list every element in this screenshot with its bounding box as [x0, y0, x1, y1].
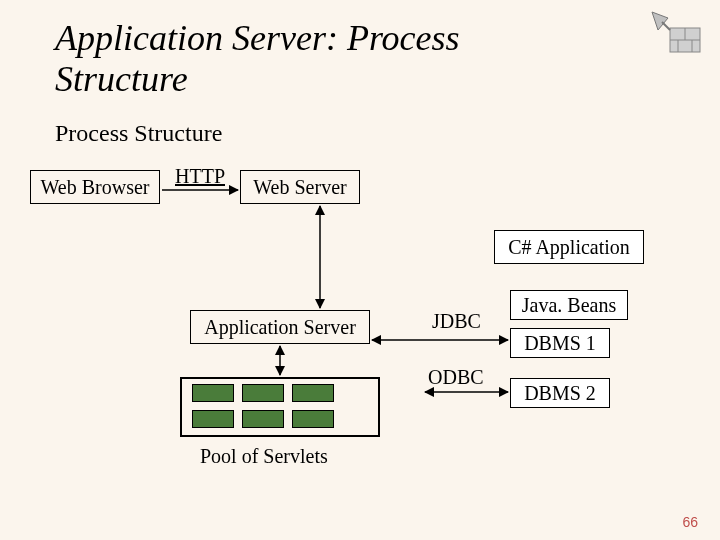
odbc-edge-label: ODBC: [428, 366, 484, 389]
web-server-label: Web Server: [253, 176, 346, 199]
dbms1-label: DBMS 1: [524, 332, 596, 355]
jdbc-edge-label: JDBC: [432, 310, 481, 333]
dbms2-node: DBMS 2: [510, 378, 610, 408]
servlet-block: [292, 384, 334, 402]
servlet-block: [242, 384, 284, 402]
web-server-node: Web Server: [240, 170, 360, 204]
servlet-block: [192, 410, 234, 428]
servlet-pool-label: Pool of Servlets: [200, 445, 328, 468]
trowel-brick-icon: [648, 8, 704, 56]
servlet-block: [192, 384, 234, 402]
page-subtitle: Process Structure: [55, 120, 222, 147]
csharp-application-label: C# Application: [508, 236, 630, 259]
application-server-label: Application Server: [204, 316, 356, 339]
javabeans-label: Java. Beans: [522, 294, 616, 317]
application-server-node: Application Server: [190, 310, 370, 344]
title-line-1: Application Server: Process: [55, 18, 460, 58]
servlet-block: [242, 410, 284, 428]
web-browser-node: Web Browser: [30, 170, 160, 204]
title-line-2: Structure: [55, 59, 188, 99]
svg-marker-5: [652, 12, 668, 30]
javabeans-node: Java. Beans: [510, 290, 628, 320]
http-edge-label: HTTP: [175, 165, 225, 188]
web-browser-label: Web Browser: [41, 176, 150, 199]
dbms1-node: DBMS 1: [510, 328, 610, 358]
dbms2-label: DBMS 2: [524, 382, 596, 405]
page-number: 66: [682, 514, 698, 530]
servlet-block: [292, 410, 334, 428]
page-title: Application Server: Process Structure: [55, 18, 460, 101]
svg-line-6: [662, 22, 670, 30]
csharp-application-node: C# Application: [494, 230, 644, 264]
